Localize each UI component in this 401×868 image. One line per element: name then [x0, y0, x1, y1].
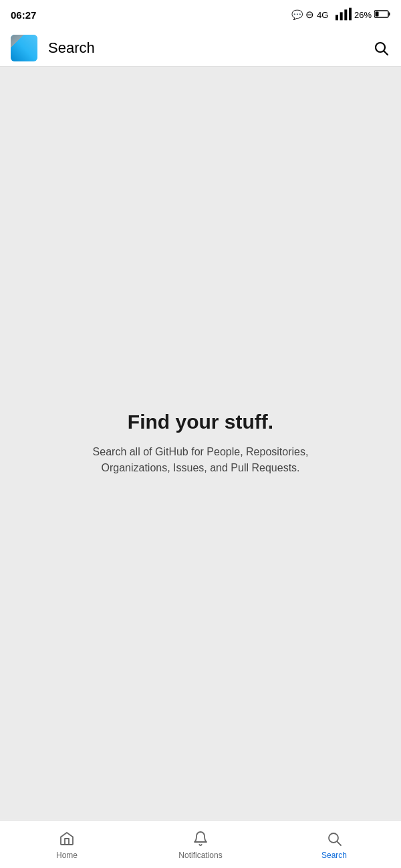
search-icon[interactable]: [372, 39, 390, 57]
svg-rect-4: [349, 7, 352, 20]
status-time: 06:27: [11, 9, 36, 21]
svg-line-9: [384, 51, 388, 55]
find-stuff-subtitle: Search all of GitHub for People, Reposit…: [60, 444, 341, 476]
nav-label-search: Search: [321, 851, 347, 860]
svg-rect-2: [340, 12, 343, 20]
signal-icon: 4G: [317, 6, 333, 24]
nav-item-search[interactable]: Search: [267, 829, 401, 860]
svg-rect-3: [344, 9, 347, 20]
find-stuff-heading: Find your stuff.: [128, 411, 273, 433]
svg-text:4G: 4G: [317, 10, 329, 20]
nav-label-home: Home: [56, 851, 78, 860]
svg-rect-1: [336, 15, 338, 20]
avatar[interactable]: [11, 35, 37, 61]
svg-rect-7: [376, 11, 379, 16]
page-title: Search: [48, 39, 372, 57]
svg-rect-6: [389, 12, 390, 15]
main-content: Find your stuff. Search all of GitHub fo…: [0, 67, 401, 820]
home-icon: [57, 829, 76, 848]
status-bar: 06:27 💬 ⊖ 4G 26%: [0, 0, 401, 29]
svg-line-11: [338, 841, 342, 845]
wechat-icon: 💬: [291, 9, 303, 20]
status-icons: 💬 ⊖ 4G 26%: [291, 6, 390, 24]
battery-icon: [374, 6, 390, 24]
app-bar: Search: [0, 29, 401, 67]
bottom-nav: Home Notifications Search: [0, 820, 401, 868]
nav-item-home[interactable]: Home: [0, 829, 134, 860]
signal-strength-icon: [336, 6, 352, 24]
nav-item-notifications[interactable]: Notifications: [134, 829, 267, 860]
search-nav-icon: [325, 829, 344, 848]
bell-icon: [191, 829, 210, 848]
nav-label-notifications: Notifications: [178, 851, 222, 860]
battery-percentage: 26%: [354, 10, 372, 20]
dnd-icon: ⊖: [305, 9, 314, 21]
